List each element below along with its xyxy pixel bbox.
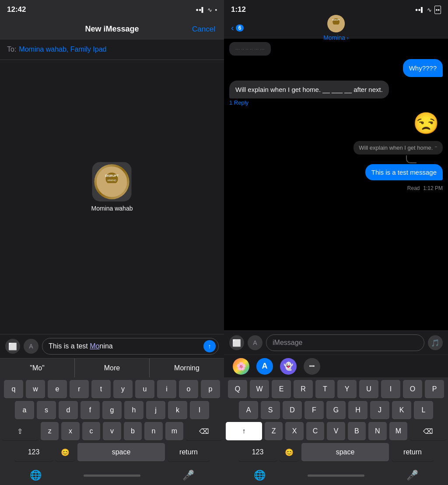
key-l[interactable]: l [190, 401, 209, 419]
key-delete[interactable]: ⌫ [186, 422, 222, 440]
key-u[interactable]: u [135, 380, 154, 398]
key-c[interactable]: c [82, 422, 100, 440]
right-globe-icon[interactable]: 🌐 [254, 470, 266, 481]
cancel-button[interactable]: Cancel [192, 25, 215, 34]
photos-shortcut[interactable]: 🌸 [233, 358, 249, 375]
chat-contact-info[interactable]: DISRUPT Momina › [323, 15, 349, 41]
key-h[interactable]: h [124, 401, 144, 419]
right-key-G[interactable]: G [326, 401, 346, 419]
key-p[interactable]: p [201, 380, 220, 398]
audio-button[interactable]: 🎵 [428, 335, 443, 350]
right-key-M[interactable]: M [389, 422, 407, 440]
right-key-F[interactable]: F [304, 401, 324, 419]
right-key-U[interactable]: U [359, 380, 378, 398]
autocomplete-item-mo[interactable]: "Mo" [0, 358, 75, 377]
left-globe-icon[interactable]: 🌐 [30, 470, 42, 481]
key-shift[interactable]: ⇧ [2, 422, 38, 440]
right-key-row-3: ↑ Z X C V B N M ⌫ [226, 422, 446, 440]
contact-suggestion[interactable]: DISRUPT APARAD Momina wahab [91, 162, 133, 212]
right-key-B[interactable]: B [348, 422, 366, 440]
key-b[interactable]: b [124, 422, 142, 440]
key-e[interactable]: e [48, 380, 67, 398]
key-g[interactable]: g [102, 401, 122, 419]
right-key-H[interactable]: H [348, 401, 368, 419]
right-key-Q[interactable]: Q [228, 380, 247, 398]
right-key-E[interactable]: E [272, 380, 291, 398]
key-v[interactable]: v [103, 422, 121, 440]
right-key-delete[interactable]: ⌫ [410, 422, 446, 440]
key-q[interactable]: q [4, 380, 23, 398]
right-app-icon: A [253, 339, 257, 346]
key-y[interactable]: y [113, 380, 133, 398]
emoji-bubble: 😒 [410, 109, 443, 137]
right-key-X[interactable]: X [285, 422, 303, 440]
right-wifi-icon: ∿ [427, 7, 432, 13]
appstore-shortcut[interactable]: A [256, 358, 273, 375]
right-key-N[interactable]: N [368, 422, 386, 440]
key-i[interactable]: i [157, 380, 176, 398]
message-input[interactable]: This is a test Monina ↑ [42, 338, 219, 355]
right-key-O[interactable]: O [403, 380, 422, 398]
right-input-area: ⬜ A iMessage 🎵 [224, 330, 448, 355]
right-key-L[interactable]: L [414, 401, 433, 419]
key-r[interactable]: r [70, 380, 89, 398]
ghost-shortcut[interactable]: 👻 [280, 358, 297, 375]
key-x[interactable]: x [61, 422, 79, 440]
right-key-A[interactable]: A [239, 401, 258, 419]
right-key-return[interactable]: return [392, 443, 434, 461]
right-mic-icon[interactable]: 🎤 [406, 470, 418, 481]
right-key-D[interactable]: D [283, 401, 302, 419]
key-f[interactable]: f [80, 401, 100, 419]
key-w[interactable]: w [26, 380, 45, 398]
key-n[interactable]: n [144, 422, 162, 440]
right-status-icons: ●●▌ ∿ ▪▪ [415, 6, 441, 14]
key-s[interactable]: s [37, 401, 56, 419]
camera-icon: ⬜ [8, 342, 17, 351]
send-button[interactable]: ↑ [203, 340, 216, 352]
autocomplete-item-more[interactable]: More [75, 358, 150, 377]
left-status-bar: 12:42 ●●▌ ∿ ▪ [0, 0, 224, 19]
right-key-V[interactable]: V [327, 422, 345, 440]
right-key-S[interactable]: S [261, 401, 280, 419]
camera-button[interactable]: ⬜ [5, 339, 20, 354]
autocomplete-item-morning[interactable]: Morning [150, 358, 224, 377]
right-key-W[interactable]: W [250, 380, 269, 398]
right-key-R[interactable]: R [294, 380, 313, 398]
right-key-Y[interactable]: Y [337, 380, 357, 398]
key-z[interactable]: z [41, 422, 59, 440]
left-signal-icon: ●●▌ [196, 7, 205, 12]
to-field[interactable]: To: Momina wahab, Family Ipad [0, 39, 224, 60]
right-app-button[interactable]: A [248, 335, 262, 350]
key-123[interactable]: 123 [14, 443, 53, 461]
right-key-K[interactable]: K [392, 401, 411, 419]
key-a[interactable]: a [15, 401, 34, 419]
right-key-shift[interactable]: ↑ [226, 422, 262, 440]
right-key-P[interactable]: P [425, 380, 444, 398]
right-key-I[interactable]: I [381, 380, 400, 398]
key-d[interactable]: d [59, 401, 78, 419]
right-keyboard: Q W E R T Y U I O P A S D F G H J K L ↑ … [224, 377, 448, 466]
key-t[interactable]: t [91, 380, 111, 398]
right-key-Z[interactable]: Z [265, 422, 283, 440]
key-o[interactable]: o [179, 380, 198, 398]
right-key-space[interactable]: space [301, 443, 389, 461]
key-space[interactable]: space [77, 443, 165, 461]
right-message-input[interactable]: iMessage [266, 334, 424, 351]
more-shortcut[interactable]: ••• [304, 358, 320, 375]
app-store-button[interactable]: A [24, 339, 38, 354]
key-emoji[interactable]: 😊 [56, 443, 75, 461]
right-key-C[interactable]: C [306, 422, 324, 440]
right-key-emoji[interactable]: 😊 [280, 443, 299, 461]
reply-count[interactable]: 1 Reply [229, 99, 248, 106]
right-key-J[interactable]: J [370, 401, 389, 419]
right-camera-button[interactable]: ⬜ [229, 335, 244, 350]
left-input-area: ⬜ A This is a test Monina ↑ [0, 334, 224, 358]
back-button[interactable]: ‹ 6 [231, 23, 244, 33]
right-key-T[interactable]: T [315, 380, 335, 398]
key-return[interactable]: return [168, 443, 210, 461]
key-m[interactable]: m [165, 422, 183, 440]
left-mic-icon[interactable]: 🎤 [182, 470, 194, 481]
right-key-123[interactable]: 123 [238, 443, 277, 461]
key-j[interactable]: j [146, 401, 165, 419]
key-k[interactable]: k [168, 401, 187, 419]
